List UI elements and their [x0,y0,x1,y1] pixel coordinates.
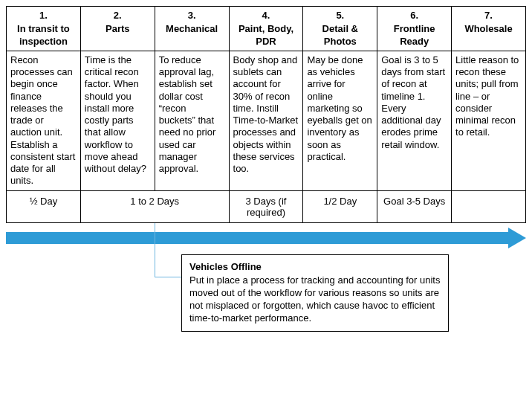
col-title: Mechanical [166,23,218,34]
col-header-2: 2. Parts [80,7,155,51]
header-row: 1. In transit to inspection 2. Parts 3. … [7,7,526,51]
col-header-6: 6. Frontline Ready [377,7,452,51]
col-header-1: 1. In transit to inspection [7,7,81,51]
col-title: Wholesale [464,23,512,34]
duration-cell-4: 3 Days (if required) [229,190,303,222]
duration-row: ½ Day 1 to 2 Days 3 Days (if required) 1… [7,190,526,222]
col-header-4: 4. Paint, Body, PDR [229,7,303,51]
timeline-arrow [6,228,526,248]
duration-cell-7 [452,190,526,222]
duration-cell-2-3: 1 to 2 Days [80,190,229,222]
callout-body: Put in place a process for tracking and … [189,274,440,324]
col-header-5: 5. Detail & Photos [303,7,377,51]
col-number: 1. [10,10,77,22]
col-number: 5. [307,10,373,22]
col-number: 7. [455,10,522,22]
vehicles-offline-callout: Vehicles Offline Put in place a process … [181,254,449,332]
desc-cell-1: Recon processes can begin once finance r… [7,51,81,190]
duration-cell-6: Goal 3-5 Days [377,190,452,222]
arrow-bar [6,232,508,244]
col-title: Paint, Body, PDR [239,23,293,46]
col-title: Parts [106,23,130,34]
col-header-3: 3. Mechanical [155,7,229,51]
col-title: Detail & Photos [322,23,358,46]
desc-cell-5: May be done as vehicles arrive for onlin… [303,51,377,190]
col-title: Frontline Ready [394,23,435,46]
desc-cell-2: Time is the critical recon factor. When … [80,51,155,190]
duration-cell-1: ½ Day [7,190,81,222]
duration-cell-5: 1/2 Day [303,190,377,222]
arrow-head-icon [508,228,526,248]
description-row: Recon processes can begin once finance r… [7,51,526,190]
col-number: 3. [159,10,225,22]
desc-cell-4: Body shop and sublets can account for 30… [229,51,303,190]
col-number: 2. [85,10,151,22]
col-header-7: 7. Wholesale [452,7,526,51]
desc-cell-3: To reduce approval lag, establish set do… [155,51,229,190]
recon-stages-table: 1. In transit to inspection 2. Parts 3. … [6,6,526,223]
callout-connector-horizontal [155,277,181,277]
desc-cell-7: Little reason to recon these units; pull… [452,51,526,190]
col-number: 6. [381,10,447,22]
callout-area: Vehicles Offline Put in place a process … [6,254,526,358]
col-number: 4. [233,10,299,22]
callout-connector-vertical [155,223,155,277]
col-title: In transit to inspection [17,23,70,46]
callout-title: Vehicles Offline [189,261,441,274]
desc-cell-6: Goal is 3 to 5 days from start of recon … [377,51,452,190]
